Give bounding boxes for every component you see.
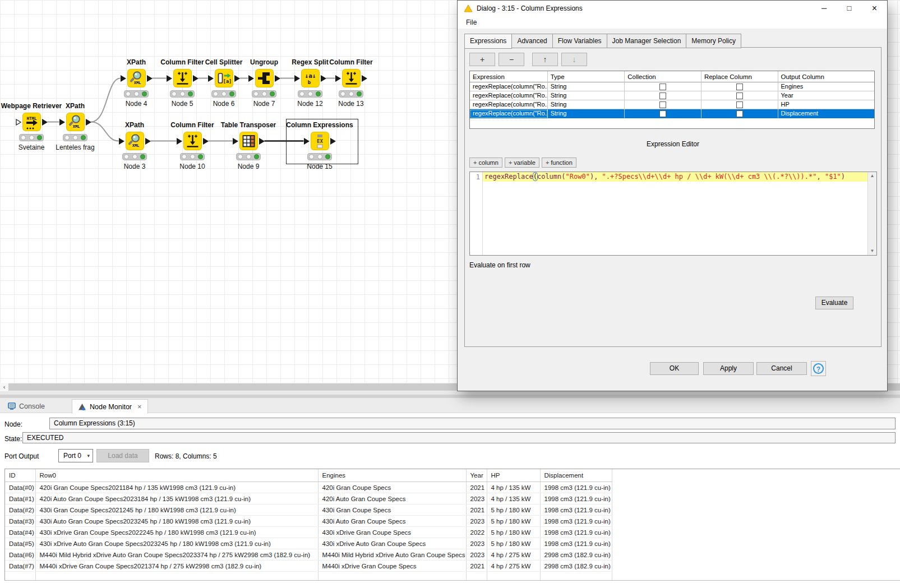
ok-button[interactable]: OK: [650, 362, 699, 375]
collection-checkbox[interactable]: [659, 92, 666, 99]
scroll-down-icon[interactable]: ▼: [868, 247, 876, 255]
tab-memory-policy[interactable]: Memory Policy: [686, 34, 741, 48]
insert-variable-button[interactable]: +variable: [505, 158, 539, 168]
table-cell: 5 hp / 180 kW: [487, 516, 540, 527]
table-transposer-icon[interactable]: [239, 132, 258, 150]
close-button[interactable]: ×: [862, 1, 887, 16]
evaluate-button[interactable]: Evaluate: [815, 297, 853, 309]
insert-function-button[interactable]: +function: [542, 158, 576, 168]
table-row[interactable]: Data(#2)430i Gran Coupe Specs2021245 hp …: [5, 504, 900, 516]
column-header[interactable]: Type: [548, 71, 625, 82]
table-row[interactable]: Data(#0)420i Gran Coupe Specs2021184 hp …: [5, 482, 900, 493]
data-table-header[interactable]: Engines: [318, 469, 466, 482]
output-column-cell: Year: [778, 91, 875, 100]
tab-console[interactable]: Console: [2, 399, 50, 413]
minimize-button[interactable]: ─: [811, 1, 837, 16]
data-table-header[interactable]: Row0: [35, 469, 318, 482]
table-row[interactable]: Data(#3)430i Auto Gran Coupe Specs202324…: [5, 516, 900, 527]
table-cell: 420i Gran Coupe Specs2021184 hp / 135 kW…: [35, 482, 318, 493]
node-name-label: Node 3: [124, 163, 146, 171]
node-field-value: Column Expressions (3:15): [49, 418, 896, 429]
column-header[interactable]: Expression: [470, 71, 548, 82]
collection-checkbox[interactable]: [659, 101, 666, 108]
move-down-button[interactable]: ↓: [561, 53, 587, 66]
input-port-icon: [121, 75, 126, 82]
code-area[interactable]: regexReplace(column("Row0"), ".+?Specs\\…: [483, 172, 867, 255]
data-table-header[interactable]: HP: [487, 469, 540, 482]
remove-expression-button[interactable]: −: [499, 53, 524, 66]
tab-job-manager-selection[interactable]: Job Manager Selection: [607, 34, 687, 48]
move-up-button[interactable]: ↑: [532, 53, 558, 66]
menu-file[interactable]: File: [462, 16, 481, 29]
table-row[interactable]: Data(#5)430i xDrive Auto Gran Coupe Spec…: [5, 538, 900, 549]
traffic-light-status: [236, 153, 261, 160]
replace-column-checkbox[interactable]: [736, 84, 743, 90]
table-cell: Data(#6): [5, 549, 35, 561]
expression-editor[interactable]: 1 regexReplace(column("Row0"), ".+?Specs…: [469, 172, 877, 256]
output-port-icon: [145, 138, 151, 145]
add-expression-button[interactable]: +: [469, 53, 495, 66]
column-filter-icon[interactable]: [342, 69, 361, 87]
bottom-panel: Console Node Monitor × Node: Column Expr…: [0, 391, 900, 588]
scroll-up-icon[interactable]: ▲: [868, 172, 876, 180]
expression-table[interactable]: ExpressionTypeCollectionReplace ColumnOu…: [469, 71, 875, 129]
table-cell: 2023: [466, 516, 487, 527]
expression-row[interactable]: regexReplace(column("Ro...StringHP: [470, 100, 874, 109]
column-header[interactable]: Collection: [625, 71, 701, 82]
table-cell: 1998 cm3 (121.9 cu-in): [540, 504, 612, 516]
port-output-table[interactable]: IDRow0EnginesYearHPDisplacement Data(#0)…: [5, 469, 900, 580]
help-button[interactable]: ?: [811, 361, 826, 376]
expressions-panel: + − ↑ ↓ ExpressionTypeCollectionReplace …: [464, 47, 881, 347]
xpath-icon[interactable]: XML: [66, 113, 85, 131]
replace-column-checkbox[interactable]: [736, 92, 743, 99]
data-table-header[interactable]: ID: [5, 469, 35, 482]
table-row[interactable]: Data(#4)430i xDrive Gran Coupe Specs2022…: [5, 527, 900, 538]
collection-checkbox[interactable]: [659, 84, 666, 90]
table-cell: M440i xDrive Gran Coupe Specs2021374 hp …: [35, 561, 318, 572]
tab-node-monitor[interactable]: Node Monitor ×: [72, 399, 148, 414]
replace-column-checkbox[interactable]: [736, 110, 743, 117]
cancel-button[interactable]: Cancel: [756, 362, 807, 375]
scroll-left-arrow-icon[interactable]: ‹: [0, 383, 8, 391]
insert-column-button[interactable]: +column: [469, 158, 502, 168]
column-header[interactable]: Replace Column: [701, 71, 778, 82]
line-number-gutter: 1: [470, 172, 483, 255]
input-port-icon: [208, 75, 214, 82]
table-cell: 5 hp / 180 kW: [487, 538, 540, 549]
port-select[interactable]: Port 0 ▾: [58, 449, 93, 462]
apply-button[interactable]: Apply: [703, 362, 754, 375]
output-column-cell: Displacement: [778, 109, 875, 118]
replace-column-checkbox[interactable]: [736, 101, 743, 108]
workflow-node-node-13[interactable]: Column FilterNode 13: [309, 58, 393, 108]
expression-row[interactable]: regexReplace(column("Ro...StringDisplace…: [470, 109, 874, 118]
code-line: regexReplace(column("Row0"), ".+?Specs\\…: [483, 172, 867, 182]
tab-flow-variables[interactable]: Flow Variables: [553, 34, 607, 48]
table-row-empty: [5, 572, 900, 581]
editor-scrollbar[interactable]: ▲ ▼: [867, 172, 876, 255]
tab-expressions[interactable]: Expressions: [464, 34, 512, 49]
table-cell: 430i Gran Coupe Specs2021245 hp / 180 kW…: [35, 504, 318, 516]
table-row[interactable]: Data(#7)M440i xDrive Gran Coupe Specs202…: [5, 561, 900, 572]
data-table-header[interactable]: Year: [466, 469, 487, 482]
table-cell: 2023: [466, 549, 487, 561]
dialog-titlebar[interactable]: Dialog - 3:15 - Column Expressions ─ □ ×: [458, 1, 887, 16]
table-cell: 430i xDrive Auto Gran Coupe Specs: [318, 538, 466, 549]
tab-advanced[interactable]: Advanced: [512, 34, 552, 48]
table-cell: 2022: [466, 527, 487, 538]
table-cell: 2023: [466, 538, 487, 549]
data-table-header[interactable]: Displacement: [540, 469, 612, 482]
xpath-icon[interactable]: XML: [126, 132, 144, 150]
collection-checkbox[interactable]: [659, 110, 666, 117]
load-data-button[interactable]: Load data: [96, 449, 149, 462]
table-row[interactable]: Data(#6)M440i Mild Hybrid xDrive Auto Gr…: [5, 549, 900, 561]
table-cell: Data(#1): [5, 493, 35, 504]
table-cell: Data(#0): [5, 482, 35, 493]
close-tab-icon[interactable]: ×: [137, 402, 142, 411]
table-row[interactable]: Data(#1)420i Auto Gran Coupe Specs202318…: [5, 493, 900, 504]
column-header[interactable]: Output Column: [778, 71, 875, 82]
column-filter-icon[interactable]: [183, 132, 202, 150]
expression-row[interactable]: regexReplace(column("Ro...StringYear: [470, 91, 874, 100]
expression-row[interactable]: regexReplace(column("Ro...StringEngines: [470, 82, 874, 91]
expression-cell: regexReplace(column("Ro...: [470, 91, 548, 100]
maximize-button[interactable]: □: [837, 1, 862, 16]
